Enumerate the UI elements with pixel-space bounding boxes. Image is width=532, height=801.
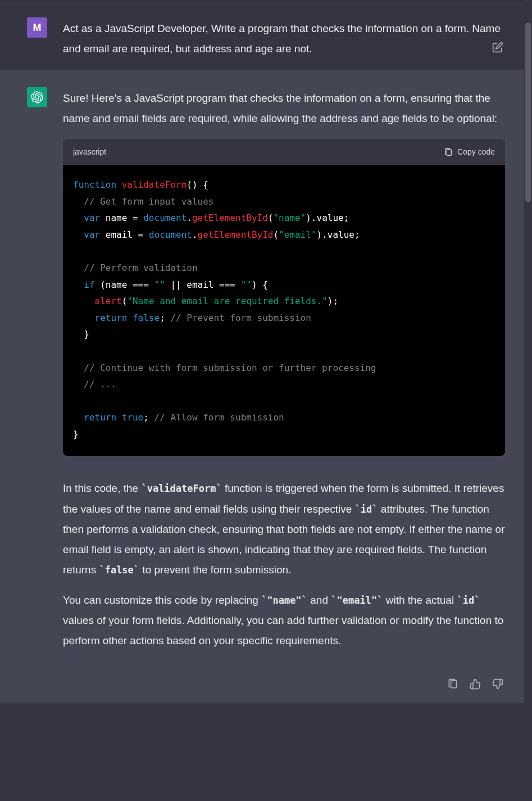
assistant-message-row: Sure! Here's a JavaScript program that c… bbox=[0, 70, 532, 672]
thumbs-down-button[interactable] bbox=[490, 677, 505, 691]
assistant-explanation-2: You can customize this code by replacing… bbox=[63, 590, 505, 651]
inline-code: `false` bbox=[99, 564, 139, 576]
copy-code-label: Copy code bbox=[457, 144, 495, 160]
assistant-intro-text: Sure! Here's a JavaScript program that c… bbox=[63, 88, 505, 129]
code-block: javascript Copy code function validateFo… bbox=[63, 139, 505, 456]
code-block-header: javascript Copy code bbox=[63, 139, 505, 165]
user-avatar-letter: M bbox=[33, 18, 42, 37]
svg-rect-0 bbox=[447, 149, 451, 155]
edit-button[interactable] bbox=[490, 40, 505, 55]
copy-response-button[interactable] bbox=[445, 677, 460, 691]
clipboard-icon bbox=[444, 148, 453, 157]
inline-code: `"email"` bbox=[331, 595, 383, 606]
code-language-label: javascript bbox=[73, 144, 106, 160]
thumbs-up-button[interactable] bbox=[468, 677, 483, 691]
thumbs-up-icon bbox=[470, 678, 481, 690]
code-content[interactable]: function validateForm() { // Get form in… bbox=[63, 165, 505, 456]
assistant-feedback-row bbox=[0, 672, 532, 703]
clipboard-icon bbox=[447, 678, 458, 690]
user-avatar: M bbox=[27, 17, 47, 38]
thumbs-down-icon bbox=[492, 678, 503, 690]
svg-rect-1 bbox=[451, 681, 457, 688]
assistant-explanation-1: In this code, the `validateForm` functio… bbox=[63, 478, 505, 580]
inline-code: `"name"` bbox=[261, 595, 307, 606]
inline-code: `id` bbox=[355, 504, 378, 515]
openai-logo-icon bbox=[31, 91, 43, 103]
user-message-text: Act as a JavaScript Developer, Write a p… bbox=[63, 22, 501, 55]
scrollbar[interactable] bbox=[524, 0, 532, 703]
user-message-row: M Act as a JavaScript Developer, Write a… bbox=[0, 0, 532, 70]
copy-code-button[interactable]: Copy code bbox=[444, 144, 495, 160]
assistant-message-body: Sure! Here's a JavaScript program that c… bbox=[63, 87, 505, 661]
assistant-avatar bbox=[27, 87, 47, 107]
scrollbar-thumb[interactable] bbox=[525, 22, 531, 202]
edit-icon bbox=[492, 42, 503, 53]
user-message-body: Act as a JavaScript Developer, Write a p… bbox=[63, 17, 505, 59]
inline-code: `validateForm` bbox=[141, 483, 221, 494]
inline-code: `id` bbox=[457, 595, 480, 606]
